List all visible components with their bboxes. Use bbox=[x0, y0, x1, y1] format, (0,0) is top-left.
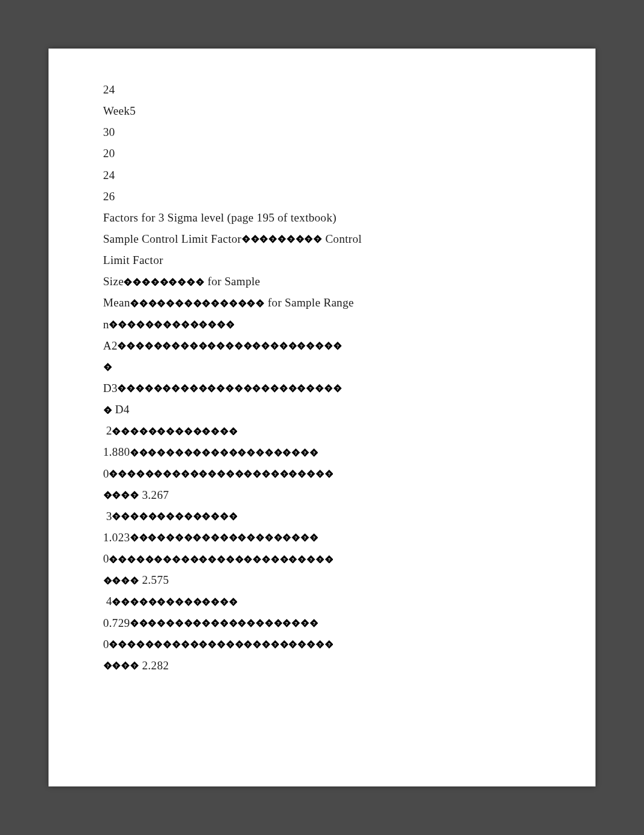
unknown-glyph-icon: ? bbox=[121, 598, 130, 606]
svg-text:?: ? bbox=[246, 343, 249, 349]
unknown-glyph-icon: ? bbox=[127, 640, 136, 649]
svg-text:?: ? bbox=[282, 343, 285, 349]
svg-text:?: ? bbox=[139, 322, 142, 328]
unknown-glyph-icon: ? bbox=[253, 555, 261, 564]
svg-text:?: ? bbox=[223, 300, 226, 306]
svg-text:?: ? bbox=[175, 472, 178, 477]
svg-text:?: ? bbox=[181, 279, 184, 285]
unknown-glyph-icon: ? bbox=[104, 406, 112, 414]
unknown-glyph-icon: ? bbox=[226, 640, 235, 649]
unknown-glyph-icon: ? bbox=[229, 533, 238, 542]
svg-text:?: ? bbox=[327, 386, 330, 391]
unknown-glyph-icon: ? bbox=[278, 235, 286, 243]
svg-text:?: ? bbox=[198, 279, 201, 285]
unknown-glyph-icon: ? bbox=[175, 512, 184, 521]
unknown-glyph-icon: ? bbox=[181, 470, 190, 478]
svg-text:?: ? bbox=[115, 514, 118, 519]
svg-text:?: ? bbox=[247, 556, 250, 562]
unknown-glyph-icon: ? bbox=[104, 363, 112, 371]
svg-text:?: ? bbox=[175, 386, 178, 391]
svg-text:?: ? bbox=[307, 237, 310, 242]
unknown-glyph-icon: ? bbox=[154, 320, 163, 329]
unknown-glyph-icon: ? bbox=[199, 384, 207, 393]
unknown-glyph-icon: ? bbox=[175, 619, 184, 627]
svg-text:?: ? bbox=[133, 514, 136, 519]
unknown-glyph-icon: ? bbox=[325, 640, 334, 649]
svg-text:?: ? bbox=[273, 343, 276, 349]
svg-text:?: ? bbox=[160, 428, 163, 434]
unknown-glyph-icon: ? bbox=[163, 555, 172, 564]
unknown-glyph-icon: ? bbox=[271, 640, 280, 649]
unknown-glyph-icon: ? bbox=[193, 598, 202, 606]
svg-text:?: ? bbox=[232, 535, 235, 541]
svg-text:?: ? bbox=[196, 621, 199, 626]
unknown-glyph-icon: ? bbox=[154, 470, 163, 478]
unknown-glyph-icon: ? bbox=[175, 299, 184, 308]
svg-text:?: ? bbox=[184, 642, 187, 647]
unknown-glyph-icon: ? bbox=[244, 470, 252, 478]
unknown-glyph-icon: ? bbox=[172, 640, 181, 649]
unknown-glyph-icon: ? bbox=[146, 555, 154, 564]
svg-text:?: ? bbox=[169, 535, 172, 541]
svg-text:?: ? bbox=[184, 556, 187, 562]
unknown-glyph-icon: ? bbox=[139, 512, 148, 521]
svg-text:?: ? bbox=[232, 450, 235, 455]
unknown-glyph-icon: ? bbox=[124, 278, 132, 286]
svg-text:?: ? bbox=[166, 556, 169, 562]
svg-text:?: ? bbox=[151, 599, 154, 604]
svg-text:?: ? bbox=[121, 472, 124, 477]
svg-text:?: ? bbox=[145, 279, 148, 285]
unknown-glyph-icon: ? bbox=[139, 448, 148, 457]
text-line: 1.023????????????????????? bbox=[103, 527, 541, 548]
document-body: 24Week530202426Factors for 3 Sigma level… bbox=[103, 79, 541, 676]
svg-text:?: ? bbox=[166, 322, 169, 328]
svg-text:?: ? bbox=[214, 428, 217, 434]
svg-text:?: ? bbox=[273, 642, 277, 647]
unknown-glyph-icon: ? bbox=[157, 533, 166, 542]
unknown-glyph-icon: ? bbox=[166, 448, 175, 457]
svg-text:?: ? bbox=[327, 556, 330, 562]
unknown-glyph-icon: ? bbox=[199, 342, 207, 350]
svg-text:?: ? bbox=[130, 472, 133, 477]
unknown-glyph-icon: ? bbox=[193, 299, 202, 308]
svg-text:?: ? bbox=[205, 428, 208, 434]
unknown-glyph-icon: ? bbox=[274, 448, 283, 457]
svg-text:?: ? bbox=[196, 450, 199, 455]
unknown-glyph-icon: ? bbox=[207, 342, 216, 350]
unknown-glyph-icon: ? bbox=[149, 427, 157, 436]
svg-text:?: ? bbox=[237, 386, 240, 391]
svg-text:?: ? bbox=[112, 322, 115, 328]
unknown-glyph-icon: ? bbox=[109, 640, 118, 649]
unknown-glyph-icon: ? bbox=[253, 470, 261, 478]
text-line: Week5 bbox=[103, 100, 541, 121]
svg-text:?: ? bbox=[327, 642, 330, 647]
unknown-glyph-icon: ? bbox=[149, 299, 157, 308]
unknown-glyph-icon: ? bbox=[280, 555, 289, 564]
svg-text:?: ? bbox=[303, 621, 306, 626]
text-line: 0????????????????????????? bbox=[103, 634, 541, 655]
svg-text:?: ? bbox=[238, 472, 241, 477]
svg-text:?: ? bbox=[255, 386, 258, 391]
unknown-glyph-icon: ? bbox=[127, 342, 135, 350]
svg-text:?: ? bbox=[282, 386, 285, 391]
svg-text:?: ? bbox=[160, 535, 163, 541]
svg-text:?: ? bbox=[124, 493, 127, 498]
unknown-glyph-icon: ? bbox=[262, 470, 270, 478]
svg-text:?: ? bbox=[124, 578, 127, 583]
svg-text:?: ? bbox=[202, 472, 205, 477]
unknown-glyph-icon: ? bbox=[157, 448, 166, 457]
unknown-glyph-icon: ? bbox=[296, 235, 304, 243]
svg-text:?: ? bbox=[238, 642, 241, 647]
unknown-glyph-icon: ? bbox=[130, 299, 139, 308]
unknown-glyph-icon: ? bbox=[199, 470, 207, 478]
svg-text:?: ? bbox=[175, 556, 178, 562]
unknown-glyph-icon: ? bbox=[190, 470, 199, 478]
svg-text:?: ? bbox=[148, 322, 151, 328]
svg-text:?: ? bbox=[259, 300, 262, 306]
unknown-glyph-icon: ? bbox=[145, 342, 153, 350]
unknown-glyph-icon: ? bbox=[130, 427, 139, 436]
unknown-glyph-icon: ? bbox=[280, 470, 289, 478]
unknown-glyph-icon: ? bbox=[104, 491, 112, 499]
svg-text:?: ? bbox=[196, 300, 199, 306]
svg-text:?: ? bbox=[286, 450, 289, 455]
